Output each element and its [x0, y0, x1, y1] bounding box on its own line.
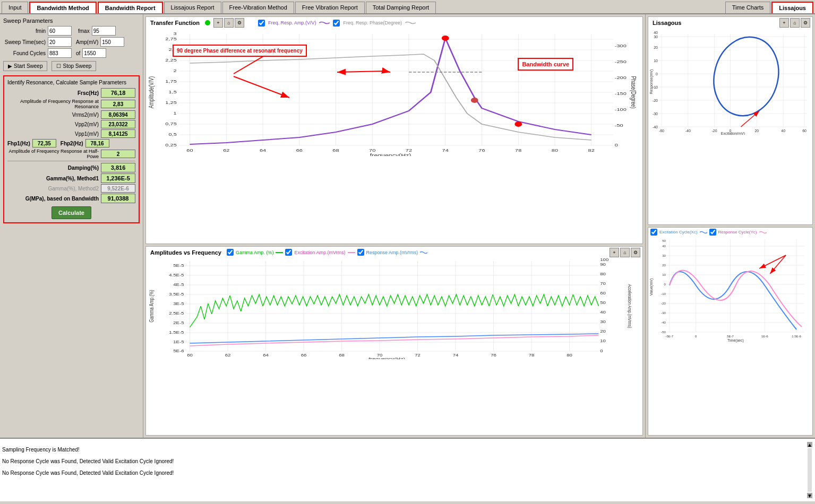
- scroll-track[interactable]: [808, 448, 812, 492]
- tab-lissajous-report[interactable]: Lissajous Report: [164, 2, 221, 13]
- svg-text:78: 78: [515, 148, 521, 153]
- svg-text:2.5E-5: 2.5E-5: [169, 311, 184, 315]
- amp-input[interactable]: [100, 37, 124, 47]
- amp-half-input[interactable]: [101, 150, 135, 158]
- amp-svg: 5E-6 1E-5 1.5E-5 2E-5 2.5E-5 3E-5 3.5E-5…: [146, 258, 642, 359]
- vrms2-row: Vrms2(mV): [7, 110, 135, 119]
- svg-point-59: [471, 98, 478, 103]
- damping-input[interactable]: [101, 163, 135, 172]
- svg-text:100: 100: [600, 258, 608, 262]
- svg-text:76: 76: [478, 148, 485, 153]
- gamma1-input[interactable]: [101, 173, 135, 183]
- svg-text:-10: -10: [661, 292, 666, 296]
- svg-text:74: 74: [453, 353, 459, 357]
- scroll-down[interactable]: ▼: [807, 493, 812, 498]
- svg-text:1E-6: 1E-6: [761, 335, 768, 338]
- svg-text:Time(sec): Time(sec): [727, 338, 744, 343]
- cycles-header: Excitation Cycle(Xc) Response Cycle(Yc): [648, 228, 812, 237]
- svg-text:30: 30: [654, 35, 658, 39]
- vrms2-input[interactable]: [101, 110, 135, 119]
- left-panel: Sweep Parameters fmin fmax Sweep Time(se…: [0, 14, 143, 438]
- svg-text:3.5E-5: 3.5E-5: [169, 292, 184, 296]
- tab-bandwidth-method[interactable]: Bandwidth Method: [29, 2, 96, 13]
- svg-text:50: 50: [600, 300, 606, 305]
- svg-text:60: 60: [187, 353, 193, 357]
- tab-time-charts[interactable]: Time Charts: [725, 2, 771, 13]
- transfer-function-chart: Transfer Function + ⌂ ⚙ Freq. Resp. Amp.…: [145, 16, 643, 244]
- freq-amp-checkbox[interactable]: [258, 20, 265, 27]
- svg-text:0,5: 0,5: [168, 132, 176, 137]
- svg-text:-60: -60: [659, 129, 664, 133]
- resonance-section: Identify Resonance, Calculate Sample Par…: [3, 75, 140, 223]
- response-checkbox[interactable]: [357, 249, 364, 256]
- response-cycle-checkbox[interactable]: [709, 229, 716, 236]
- svg-rect-69: [146, 258, 642, 359]
- liss-settings-button[interactable]: ⚙: [801, 18, 810, 28]
- frsc-input[interactable]: [101, 88, 135, 98]
- excitation-cycle-checkbox[interactable]: [650, 229, 657, 236]
- calculate-button[interactable]: Calculate: [52, 206, 91, 219]
- tab-lissajous[interactable]: Lissajous: [771, 2, 813, 13]
- amp-chart-area: 5E-6 1E-5 1.5E-5 2E-5 2.5E-5 3E-5 3.5E-5…: [146, 258, 642, 359]
- stop-sweep-button[interactable]: ☐ Stop Sweep: [52, 61, 96, 71]
- excitation-cycle-legend: Excitation Cycle(Xc): [659, 230, 698, 234]
- amp-home-button[interactable]: ⌂: [620, 248, 630, 257]
- tab-total-damping-report[interactable]: Total Damping Report: [366, 2, 436, 13]
- svg-text:frequency(Hz): frequency(Hz): [368, 356, 405, 359]
- sweep-time-input[interactable]: [48, 37, 72, 47]
- amp-add-button[interactable]: +: [610, 248, 619, 257]
- amp-settings-button[interactable]: ⚙: [631, 248, 640, 257]
- fmax-label: fmax: [78, 28, 90, 34]
- excitation-checkbox[interactable]: [285, 249, 292, 256]
- vpp2-input[interactable]: [101, 120, 135, 128]
- liss-home-button[interactable]: ⌂: [790, 18, 800, 28]
- found-cycles-input[interactable]: [48, 48, 72, 58]
- tab-free-vibration-report[interactable]: Free Vibration Report: [295, 2, 365, 13]
- tf-settings-button[interactable]: ⚙: [235, 18, 244, 28]
- excitation-legend: Excitation Amp.(mVrms): [294, 250, 345, 255]
- liss-header: Lissagous + ⌂ ⚙: [648, 17, 812, 29]
- total-cycles-input[interactable]: [82, 48, 106, 58]
- svg-text:0,75: 0,75: [165, 121, 176, 126]
- svg-text:10: 10: [600, 338, 606, 343]
- svg-text:1.5E-6: 1.5E-6: [792, 335, 801, 338]
- g-input[interactable]: [101, 194, 135, 203]
- gamma-amp-checkbox[interactable]: [227, 249, 234, 256]
- svg-text:72: 72: [415, 353, 421, 357]
- g-label: G(MPa), based on Bandwidth: [7, 196, 101, 202]
- svg-text:64: 64: [263, 353, 269, 357]
- svg-text:2,75: 2,75: [165, 37, 176, 41]
- fhp1-input[interactable]: [32, 139, 56, 147]
- tab-free-vibration-method[interactable]: Free-Vibration Method: [222, 2, 294, 13]
- tf-add-button[interactable]: +: [213, 18, 223, 28]
- svg-text:0: 0: [656, 72, 658, 76]
- amp-freq-input[interactable]: [101, 100, 135, 108]
- amp-half-label: Amplitude of Frequency Response at Half-…: [7, 149, 101, 159]
- gamma-legend: Gamma Amp. (%): [236, 250, 274, 255]
- svg-text:66: 66: [296, 148, 303, 153]
- fmax-input[interactable]: [92, 26, 116, 36]
- fhp-row: Fhp1(Hz) Fhp2(Hz): [7, 139, 135, 147]
- status-msg-2: No Response Cycle was Found, Detected Va…: [2, 458, 807, 464]
- lissajous-svg: -60 -40 -20 0 20 40 60 -40 -30 -20 -10 0…: [648, 29, 812, 135]
- svg-text:-100: -100: [615, 107, 627, 112]
- fhp2-input[interactable]: [85, 139, 109, 147]
- vpp1-input[interactable]: [101, 129, 135, 138]
- tf-legend: Freq. Resp. Amp.(V/V) Freq. Resp. Phase(…: [258, 20, 416, 27]
- liss-add-button[interactable]: +: [779, 18, 789, 28]
- svg-point-58: [442, 36, 449, 41]
- svg-text:Value(mV): Value(mV): [649, 279, 654, 296]
- tab-bandwidth-report[interactable]: Bandwidth Report: [98, 2, 163, 13]
- tab-input[interactable]: Input: [2, 2, 28, 13]
- scroll-up[interactable]: ▲: [807, 442, 812, 447]
- gamma2-input[interactable]: [101, 184, 135, 193]
- start-sweep-button[interactable]: ▶ Start Sweep: [3, 61, 47, 71]
- svg-text:Excitation(mV): Excitation(mV): [721, 132, 745, 135]
- svg-text:40: 40: [654, 31, 658, 34]
- amp-freq-row: Amplitude of Frequency Response at Reson…: [7, 99, 135, 109]
- fmin-input[interactable]: [48, 26, 72, 36]
- tf-home-button[interactable]: ⌂: [224, 18, 234, 28]
- scrollbar[interactable]: ▲ ▼: [807, 441, 813, 499]
- freq-phase-checkbox[interactable]: [333, 20, 340, 27]
- amp-label: Amp(mV): [76, 39, 98, 45]
